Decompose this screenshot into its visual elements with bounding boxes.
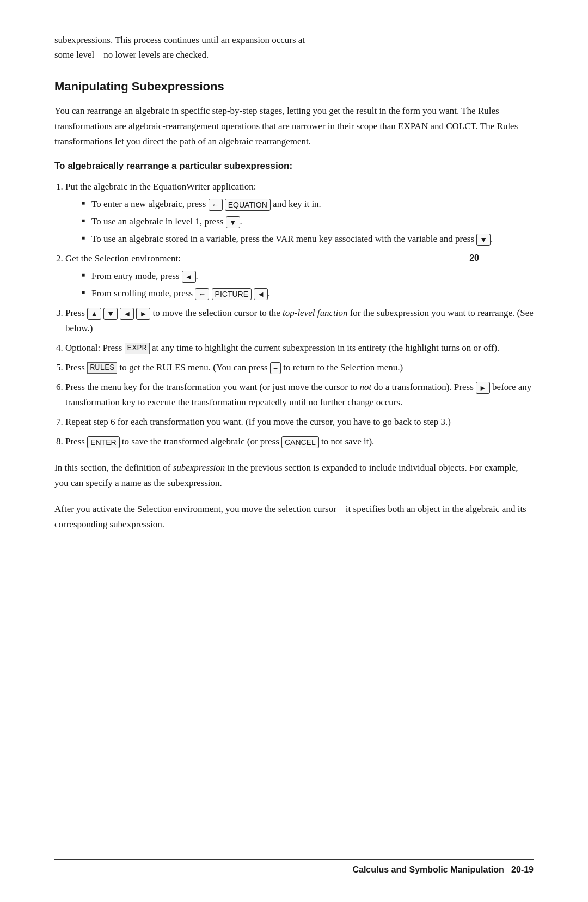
key-right: ► [136,308,150,320]
page: subexpressions. This process continues u… [0,0,588,902]
step-8: Press ENTER to save the transformed alge… [65,434,534,449]
footer: Calculus and Symbolic Manipulation 20-19 [54,859,534,875]
step-2: Get the Selection environment: 20 From e… [65,251,534,301]
key-equation: EQUATION [225,199,271,211]
key-picture: PICTURE [212,288,252,300]
key-down: ▼ [103,308,118,320]
key-left-arrow-1: ◄ [182,271,196,283]
key-down-arrow-2: ▼ [476,234,491,246]
step-5: Press RULES to get the RULES menu. (You … [65,360,534,375]
step-1-bullets: To enter a new algebraic, press ← EQUATI… [82,197,534,247]
key-cancel: CANCEL [281,436,319,448]
page-number: 20 [469,251,479,265]
step-2-bullet-2: From scrolling mode, press ← PICTURE ◄. [82,286,534,301]
step-1-bullet-1: To enter a new algebraic, press ← EQUATI… [82,197,534,212]
key-back-arrow-2: ← [195,288,209,300]
key-left-arrow-2: ◄ [254,288,268,300]
body-para-2: In this section, the definition of subex… [54,460,534,491]
footer-label: Calculus and Symbolic Manipulation 20-19 [352,865,534,875]
key-right-arrow: ► [476,382,490,394]
step-7: Repeat step 6 for each transformation yo… [65,415,534,430]
key-enter: ENTER [87,436,119,448]
step-1: Put the algebraic in the EquationWriter … [65,179,534,247]
step-4: Optional: Press EXPR at any time to high… [65,340,534,356]
step-1-bullet-2: To use an algebraic in level 1, press ▼. [82,214,534,229]
body-para-1: You can rearrange an algebraic in specif… [54,103,534,149]
key-minus: − [270,362,281,374]
section-title: Manipulating Subexpressions [54,80,534,94]
intro-paragraph: subexpressions. This process continues u… [54,33,534,62]
menu-key-rules: RULES [87,362,117,374]
body-para-3: After you activate the Selection environ… [54,502,534,532]
key-down-arrow-1: ▼ [226,216,240,228]
step-1-bullet-3: To use an algebraic stored in a variable… [82,231,534,247]
subsection-title: To algebraically rearrange a particular … [54,161,534,172]
italic-subexpression: subexpression [173,462,225,473]
step-2-bullet-1: From entry mode, press ◄. [82,269,534,284]
step-6: Press the menu key for the transformatio… [65,380,534,410]
italic-not: not [360,382,372,392]
steps-list: Put the algebraic in the EquationWriter … [65,179,534,450]
step-3: Press ▲ ▼ ◄ ► to move the selection curs… [65,306,534,336]
key-left: ◄ [120,308,134,320]
key-back-arrow: ← [209,199,223,211]
key-up: ▲ [87,308,101,320]
italic-top-level: top-level function [283,308,347,318]
menu-key-expr: EXPR [125,343,150,354]
step-2-bullets: From entry mode, press ◄. From scrolling… [82,269,534,301]
